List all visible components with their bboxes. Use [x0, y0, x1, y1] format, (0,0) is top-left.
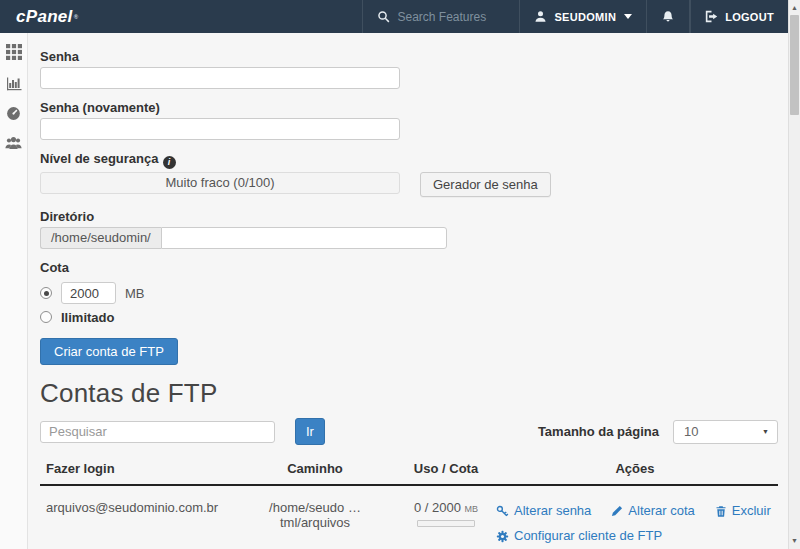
strength-label: Nível de segurançai — [40, 152, 778, 169]
search-icon — [377, 10, 390, 23]
usage-unit: MB — [465, 504, 479, 514]
page-size-value: 10 — [684, 424, 698, 439]
logout-button[interactable]: LOGOUT — [690, 0, 788, 33]
logout-icon — [705, 10, 718, 23]
quota-amount-input[interactable] — [61, 282, 116, 304]
password-label: Senha — [40, 50, 778, 64]
directory-label: Diretório — [40, 210, 778, 224]
trash-icon — [715, 505, 727, 518]
quota-unlimited-row: Ilimitado — [40, 309, 778, 325]
section-title: Contas de FTP — [40, 378, 778, 408]
configure-ftp-client-link[interactable]: Configurar cliente de FTP — [496, 525, 662, 547]
user-icon — [534, 10, 547, 23]
password-input[interactable] — [40, 67, 400, 89]
select-caret-icon: ▼ — [762, 428, 769, 435]
password-confirm-label: Senha (novamente) — [40, 101, 778, 115]
directory-input-group: /home/seudomin/ — [40, 227, 447, 249]
ftp-accounts-table: Fazer login Caminho Uso / Cota Ações arq… — [40, 455, 778, 549]
quota-unit-label: MB — [125, 286, 145, 301]
vertical-scrollbar[interactable]: ▲ ▼ — [788, 0, 800, 549]
logo-text: cPanel — [16, 7, 73, 27]
quota-unlimited-radio[interactable] — [40, 311, 52, 323]
usage-value: 0 / 2000 — [414, 500, 461, 515]
main-content: Senha Senha (novamente) Nível de seguran… — [28, 33, 788, 549]
cell-login: arquivos@seudominio.com.br — [40, 485, 230, 549]
feature-search-input[interactable] — [397, 10, 505, 24]
password-strength-meter: Muito fraco (0/100) — [40, 172, 400, 194]
gear-icon — [496, 530, 509, 543]
cell-actions: Alterar senha Alterar cota — [492, 485, 778, 549]
create-ftp-account-button[interactable]: Criar conta de FTP — [40, 338, 178, 365]
delete-link[interactable]: Excluir — [715, 500, 771, 522]
apps-grid-icon[interactable] — [6, 44, 22, 60]
cell-usage: 0 / 2000 MB — [400, 485, 492, 549]
logo-trademark: ® — [74, 14, 79, 20]
page-size-select[interactable]: 10 ▼ — [673, 420, 778, 444]
column-header-login: Fazer login — [40, 455, 230, 485]
change-quota-link[interactable]: Alterar cota — [611, 500, 694, 522]
quota-limited-row: MB — [40, 282, 778, 304]
user-menu[interactable]: SEUDOMIN — [519, 0, 646, 33]
strength-value: Muito fraco (0/100) — [165, 175, 274, 190]
change-password-link[interactable]: Alterar senha — [496, 500, 591, 522]
notifications-button[interactable] — [646, 0, 690, 33]
password-generator-button[interactable]: Gerador de senha — [420, 172, 551, 197]
page-size-label: Tamanho da página — [538, 424, 659, 439]
column-header-path: Caminho — [230, 455, 400, 485]
pencil-icon — [611, 505, 623, 517]
directory-prefix: /home/seudomin/ — [40, 227, 161, 249]
column-header-actions: Ações — [492, 455, 778, 485]
table-row: arquivos@seudominio.com.br /home/seudo …… — [40, 485, 778, 549]
accounts-search-input[interactable] — [40, 421, 275, 443]
password-confirm-input[interactable] — [40, 118, 400, 140]
column-header-usage: Uso / Cota — [400, 455, 492, 485]
quota-unlimited-label: Ilimitado — [61, 310, 114, 325]
table-header-row: Fazer login Caminho Uso / Cota Ações — [40, 455, 778, 485]
search-go-button[interactable]: Ir — [295, 418, 325, 445]
page-body: Senha Senha (novamente) Nível de seguran… — [0, 33, 788, 549]
feature-search[interactable] — [362, 0, 519, 33]
cpanel-logo: cPanel® — [0, 0, 94, 33]
bell-icon — [661, 10, 675, 24]
usage-progress-bar — [417, 520, 475, 527]
logout-label: LOGOUT — [725, 11, 774, 23]
gauge-icon[interactable] — [6, 106, 21, 121]
accounts-toolbar: Ir Tamanho da página 10 ▼ — [40, 418, 778, 445]
info-icon[interactable]: i — [163, 156, 176, 169]
page-size-group: Tamanho da página 10 ▼ — [538, 420, 778, 444]
quota-limited-radio[interactable] — [40, 287, 52, 299]
directory-input[interactable] — [161, 227, 447, 249]
left-sidebar — [0, 33, 28, 549]
key-icon — [496, 505, 509, 518]
cell-path: /home/seudo … tml/arquivos — [230, 485, 400, 549]
top-header: cPanel® SEUDOMIN LOGOUT — [0, 0, 788, 33]
username-label: SEUDOMIN — [554, 11, 616, 23]
chevron-down-icon — [624, 14, 632, 19]
user-groups-icon[interactable] — [5, 136, 22, 150]
scrollbar-thumb[interactable] — [790, 15, 799, 115]
bar-chart-icon[interactable] — [6, 75, 22, 91]
scroll-up-arrow-icon[interactable]: ▲ — [789, 2, 800, 14]
quota-label: Cota — [40, 261, 778, 275]
scroll-down-arrow-icon[interactable]: ▼ — [789, 535, 800, 547]
header-actions: SEUDOMIN LOGOUT — [362, 0, 788, 33]
